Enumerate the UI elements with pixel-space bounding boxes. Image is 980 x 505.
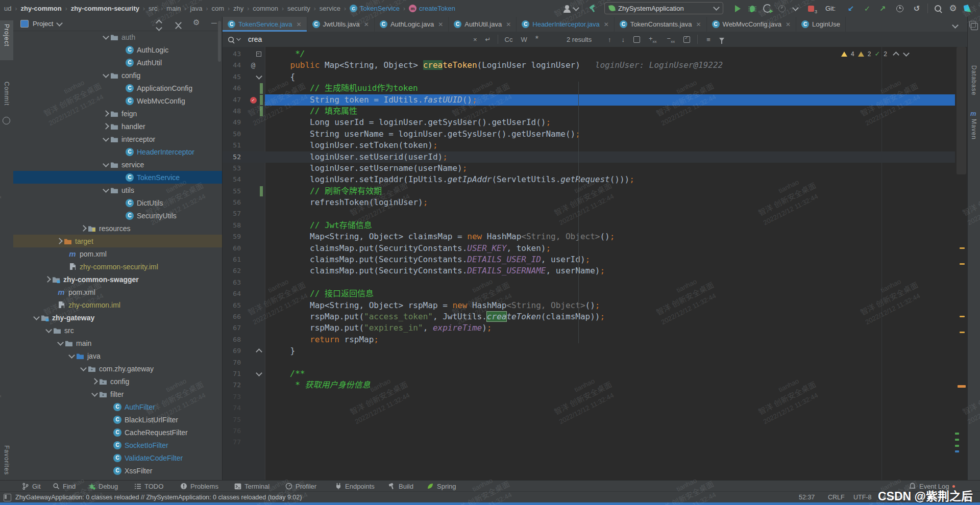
line-number[interactable]: 60 [223, 243, 241, 254]
line-number[interactable]: 52 [223, 152, 241, 163]
tool-window-button-profiler[interactable]: Profiler [285, 481, 316, 492]
stripe-mark[interactable] [960, 263, 965, 265]
line-number[interactable]: 53 [223, 163, 241, 174]
fold-marker[interactable] [254, 368, 263, 380]
breadcrumb-item[interactable]: common [253, 5, 278, 12]
tab-close-icon[interactable]: ✕ [506, 21, 511, 28]
chevron-down-icon[interactable] [102, 36, 110, 39]
line-number[interactable]: 45 [223, 71, 241, 83]
caret-position[interactable]: 52:37 [799, 492, 815, 503]
tab-close-icon[interactable]: ✕ [604, 21, 609, 28]
editor-tab-tokenconstants-java[interactable]: CTokenConstants.java✕ [615, 17, 707, 32]
breadcrumb-item[interactable]: zhy-common [20, 5, 61, 12]
words-toggle[interactable]: W [519, 36, 528, 43]
add-selection-icon[interactable]: +xx [647, 35, 658, 44]
chevron-right-icon[interactable] [102, 124, 110, 129]
editor-tab-webmvcconfig-java[interactable]: CWebMvcConfig.java✕ [707, 17, 796, 32]
editor-scrollbar[interactable] [955, 47, 968, 480]
tool-window-button-spring[interactable]: Spring [426, 481, 456, 492]
vcs-mark[interactable] [955, 445, 959, 447]
stop-button[interactable]: 3 [805, 0, 817, 17]
tree-item-config[interactable]: config [13, 375, 222, 388]
tree-item-authutil[interactable]: CAuthUtil [13, 56, 222, 69]
tree-item-java[interactable]: java [13, 349, 222, 362]
editor-tab-loginuse[interactable]: CLoginUse [796, 17, 846, 32]
breadcrumb-item[interactable]: com [211, 5, 224, 12]
ide-plugin-icon[interactable] [962, 0, 973, 17]
line-number[interactable]: 54 [223, 174, 241, 185]
editor-tab-tokenservice-java[interactable]: CTokenService.java✕ [223, 17, 307, 32]
breadcrumb-item[interactable]: CTokenService [350, 5, 400, 12]
remove-selection-icon[interactable]: −xx [666, 35, 677, 44]
line-number[interactable]: 64 [223, 288, 241, 299]
breakpoint-icon[interactable]: ✓ [250, 97, 257, 104]
chevron-down-icon[interactable] [102, 138, 110, 141]
stripe-mark[interactable] [958, 385, 966, 388]
tab-close-icon[interactable]: ✕ [696, 21, 701, 28]
panel-hide-icon[interactable]: ─ [211, 18, 217, 27]
line-number[interactable]: 55 [223, 186, 241, 197]
tree-item-src[interactable]: src [13, 324, 222, 337]
line-number[interactable]: 66 [223, 311, 241, 322]
breadcrumb-item[interactable]: src [149, 5, 157, 12]
tree-item-pom-xml[interactable]: mpom.xml [13, 247, 222, 260]
line-number[interactable]: 44 [223, 60, 241, 71]
chevron-down-icon[interactable] [32, 316, 40, 319]
commit-icon[interactable] [3, 117, 10, 124]
tree-item-zhy-common-swagger[interactable]: zhy-common-swagger [13, 273, 222, 286]
tree-item-utils[interactable]: utils [13, 184, 222, 196]
build-hammer-icon[interactable] [587, 0, 598, 17]
inspections-widget[interactable]: 4 2 ✓2 [841, 50, 909, 58]
git-push-icon[interactable]: ↗ [877, 0, 888, 17]
line-number[interactable]: 68 [223, 334, 241, 345]
line-number[interactable]: 63 [223, 277, 241, 288]
chevron-down-icon[interactable] [44, 329, 53, 332]
tree-item-zhy-common-security-iml[interactable]: zhy-common-security.iml [13, 260, 222, 273]
chevron-right-icon[interactable] [55, 239, 63, 243]
tool-window-button-todo[interactable]: TODO [134, 481, 163, 492]
breadcrumb-item[interactable]: security [287, 5, 310, 12]
tree-item-main[interactable]: main [13, 337, 222, 349]
stripe-mark[interactable] [960, 247, 965, 249]
preserve-case-icon[interactable] [683, 36, 690, 43]
line-number[interactable]: 71 [223, 368, 241, 380]
chevron-down-icon[interactable] [79, 367, 87, 370]
line-number[interactable]: 49 [223, 117, 241, 128]
tree-item-blacklisturlfilter[interactable]: CBlackListUrlFilter [13, 413, 222, 426]
tree-item-service[interactable]: service [13, 158, 222, 171]
match-case-toggle[interactable]: Cc [503, 36, 514, 43]
regex-toggle[interactable]: * [534, 35, 540, 44]
tree-item-headerinterceptor[interactable]: CHeaderInterceptor [13, 145, 222, 158]
run-options-chevron-icon[interactable] [792, 0, 799, 17]
chevron-right-icon[interactable] [79, 226, 87, 231]
select-all-occurrences-icon[interactable] [633, 36, 640, 43]
chevron-right-icon[interactable] [43, 277, 52, 282]
next-issue-chevron-icon[interactable] [903, 50, 910, 57]
collapse-all-icon[interactable] [176, 19, 181, 31]
panel-settings-gear-icon[interactable]: ⚙ [193, 18, 200, 27]
tree-item-pom-xml[interactable]: mpom.xml [13, 286, 222, 298]
line-number[interactable]: 61 [223, 254, 241, 265]
profiler-button[interactable] [776, 0, 788, 17]
vcs-mark[interactable] [955, 450, 959, 452]
line-number[interactable]: 65 [223, 300, 241, 311]
line-number[interactable]: 69 [223, 345, 241, 357]
tree-item-dictutils[interactable]: CDictUtils [13, 196, 222, 209]
editor-tab-headerinterceptor-java[interactable]: CHeaderInterceptor.java✕ [517, 17, 615, 32]
run-button[interactable] [732, 0, 743, 17]
tree-item-validatecodefilter[interactable]: CValidateCodeFilter [13, 451, 222, 464]
breadcrumb-item[interactable]: ud [4, 5, 11, 12]
tab-close-icon[interactable]: ✕ [364, 21, 369, 28]
chevron-down-icon[interactable] [102, 74, 110, 77]
line-number[interactable]: 59 [223, 231, 241, 242]
tree-item-auth[interactable]: auth [13, 31, 222, 43]
tree-item-interceptor[interactable]: interceptor [13, 133, 222, 145]
tree-item-xssfilter[interactable]: CXssFilter [13, 464, 222, 477]
line-number[interactable]: 57 [223, 208, 241, 219]
breadcrumb-item[interactable]: zhy [233, 5, 243, 12]
tree-item-target[interactable]: target [13, 235, 222, 247]
tool-window-button-debug[interactable]: Debug [88, 481, 118, 492]
coverage-button[interactable] [762, 0, 773, 17]
editor-tab-jwtutils-java[interactable]: CJwtUtils.java✕ [307, 17, 375, 32]
tool-strip-favorites-tab[interactable]: Favorites [3, 445, 10, 475]
